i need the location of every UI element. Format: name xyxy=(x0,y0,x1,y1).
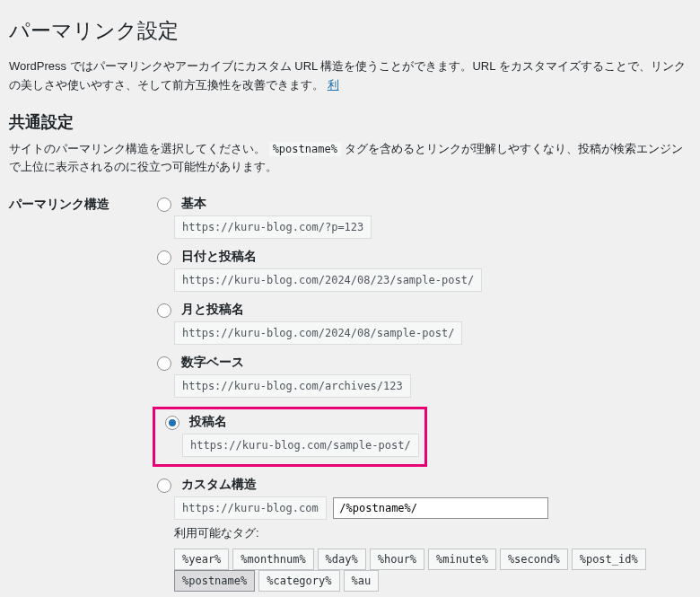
postname-tag-hint: %postname% xyxy=(269,142,341,156)
tag-button[interactable]: %post_id% xyxy=(572,549,646,570)
common-desc: サイトのパーマリンク構造を選択してください。 %postname% タグを含める… xyxy=(9,140,691,178)
tag-button[interactable]: %au xyxy=(344,570,380,592)
radio-option-day-name[interactable]: 日付と投稿名 xyxy=(153,248,691,265)
sample-basic: https://kuru-blog.com/?p=123 xyxy=(174,215,372,239)
radio-numeric[interactable] xyxy=(157,356,171,371)
tag-button[interactable]: %year% xyxy=(174,549,229,570)
tag-button[interactable]: %day% xyxy=(318,549,366,570)
radio-option-month-name[interactable]: 月と投稿名 xyxy=(153,301,691,318)
sample-day-name: https://kuru-blog.com/2024/08/23/sample-… xyxy=(174,268,482,292)
custom-base-url: https://kuru-blog.com xyxy=(174,496,327,520)
tag-button[interactable]: %postname% xyxy=(174,570,255,592)
radio-postname[interactable] xyxy=(165,416,179,430)
radio-day-name[interactable] xyxy=(157,250,171,265)
common-settings-heading: 共通設定 xyxy=(9,111,691,133)
tag-button[interactable]: %minute% xyxy=(428,549,496,570)
custom-structure-input[interactable] xyxy=(333,497,548,519)
radio-option-postname[interactable]: 投稿名 xyxy=(161,413,419,430)
intro-text: WordPress ではパーマリンクやアーカイブにカスタム URL 構造を使うこ… xyxy=(9,57,691,95)
tag-button[interactable]: %monthnum% xyxy=(232,549,313,570)
radio-option-custom[interactable]: カスタム構造 xyxy=(153,476,691,493)
tag-button[interactable]: %category% xyxy=(258,570,339,592)
tag-button[interactable]: %hour% xyxy=(370,549,424,570)
available-tags-label: 利用可能なタグ: xyxy=(174,525,691,541)
permalink-structure-label: パーマリンク構造 xyxy=(9,189,153,597)
sample-numeric: https://kuru-blog.com/archives/123 xyxy=(174,374,411,398)
radio-option-numeric[interactable]: 数字ベース xyxy=(153,354,691,371)
available-tags-list: %year%%monthnum%%day%%hour%%minute%%seco… xyxy=(174,549,691,592)
highlight-postname-option: 投稿名 https://kuru-blog.com/sample-post/ xyxy=(153,407,427,467)
page-title: パーマリンク設定 xyxy=(9,9,691,48)
sample-month-name: https://kuru-blog.com/2024/08/sample-pos… xyxy=(174,321,462,345)
sample-postname: https://kuru-blog.com/sample-post/ xyxy=(182,434,419,457)
tag-button[interactable]: %second% xyxy=(500,549,568,570)
radio-custom[interactable] xyxy=(157,478,171,493)
intro-link[interactable]: 利 xyxy=(328,78,339,92)
radio-option-basic[interactable]: 基本 xyxy=(153,195,691,212)
radio-basic[interactable] xyxy=(157,198,171,212)
radio-month-name[interactable] xyxy=(157,303,171,318)
